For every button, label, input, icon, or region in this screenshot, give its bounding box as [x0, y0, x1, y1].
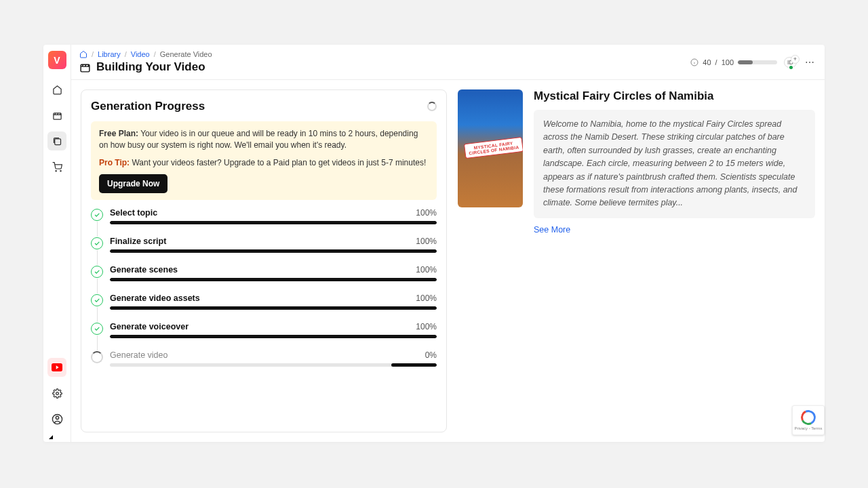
step-progress-bar [110, 221, 437, 224]
step-percent: 100% [416, 322, 437, 331]
check-circle-icon [91, 323, 103, 335]
breadcrumb-current: Generate Video [160, 50, 212, 58]
sidebar-youtube-icon[interactable] [47, 358, 66, 377]
plan-label: Free Plan: [99, 129, 138, 138]
step-progress-bar [110, 249, 437, 253]
step-percent: 100% [416, 265, 437, 274]
sidebar-library-icon[interactable] [47, 131, 66, 150]
credits-total: 100 [722, 58, 734, 66]
step-percent: 100% [416, 237, 437, 246]
status-dot [789, 66, 793, 69]
progress-step: Generate video0% [91, 350, 437, 367]
check-circle-icon [91, 294, 103, 306]
page-title: Building Your Video [96, 60, 205, 74]
step-percent: 100% [416, 208, 437, 218]
app-logo[interactable]: V [48, 51, 66, 69]
svg-point-2 [56, 170, 56, 171]
svg-point-5 [56, 392, 58, 394]
recaptcha-text: Privacy - Terms [794, 426, 822, 430]
breadcrumb-home-icon[interactable] [79, 50, 87, 58]
progress-step: Finalize script100% [91, 237, 437, 253]
recaptcha-icon [801, 410, 816, 425]
more-menu-icon[interactable]: ⋯ [804, 56, 816, 69]
topbar: / Library / Video / Generate Video Build… [71, 45, 825, 80]
step-label: Generate scenes [110, 265, 178, 274]
sidebar: V [43, 45, 71, 442]
credits-used: 40 [703, 58, 711, 66]
step-progress-bar [110, 278, 437, 281]
breadcrumb-video[interactable]: Video [131, 50, 150, 58]
upgrade-button[interactable]: Upgrade Now [99, 174, 167, 193]
progress-step: Generate scenes100% [91, 265, 437, 281]
thumbnail-caption: MYSTICAL FAIRY CIRCLES OF NAMIBIA [464, 137, 523, 159]
credits-meter: 40 / 100 [690, 58, 777, 66]
sidebar-settings-icon[interactable] [47, 384, 66, 403]
step-label: Generate video assets [110, 293, 200, 303]
step-label: Select topic [110, 208, 157, 218]
progress-step: Generate voiceover100% [91, 322, 437, 338]
see-more-link[interactable]: See More [534, 225, 815, 235]
pro-tip-label: Pro Tip: [99, 158, 130, 167]
svg-point-3 [60, 170, 60, 171]
sidebar-clapper-icon[interactable] [47, 106, 66, 125]
credits-bar [738, 60, 777, 64]
plan-notice: Free Plan: Your video is in our queue an… [91, 121, 437, 200]
svg-point-7 [56, 416, 58, 419]
recaptcha-badge[interactable]: Privacy - Terms [792, 405, 825, 435]
info-icon[interactable] [690, 58, 698, 66]
video-description: Welcome to Namibia, home to the mystical… [534, 110, 815, 218]
step-percent: 0% [425, 350, 437, 360]
check-circle-icon [91, 237, 103, 249]
step-label: Generate video [110, 350, 167, 360]
progress-step: Select topic100% [91, 208, 437, 224]
sidebar-account-icon[interactable] [47, 409, 66, 428]
check-circle-icon [91, 266, 103, 278]
step-progress-bar [110, 306, 437, 310]
resize-corner-icon [49, 435, 53, 439]
progress-step: Generate video assets100% [91, 293, 437, 310]
sidebar-home-icon[interactable] [47, 80, 66, 99]
plan-text: Your video is in our queue and will be r… [99, 129, 418, 150]
pro-tip-text: Want your videos faster? Upgrade to a Pa… [130, 158, 426, 167]
check-circle-icon [91, 209, 103, 221]
step-progress-bar [110, 335, 437, 338]
loading-spinner-icon [427, 102, 437, 111]
step-progress-bar [110, 363, 437, 367]
breadcrumb: / Library / Video / Generate Video [79, 50, 212, 58]
generation-progress-card: Generation Progress Free Plan: Your vide… [81, 89, 447, 432]
progress-steps: Select topic100%Finalize script100%Gener… [91, 208, 437, 367]
clapper-icon [79, 62, 91, 73]
step-label: Finalize script [110, 237, 166, 246]
svg-rect-1 [54, 138, 60, 144]
id-badge[interactable]: ID [784, 57, 797, 68]
step-spinner-icon [91, 351, 103, 363]
step-label: Generate voiceover [110, 322, 189, 331]
video-thumbnail[interactable]: MYSTICAL FAIRY CIRCLES OF NAMIBIA [458, 89, 523, 207]
step-percent: 100% [416, 293, 437, 303]
breadcrumb-library[interactable]: Library [98, 50, 121, 58]
sidebar-cart-icon[interactable] [47, 157, 66, 176]
card-title: Generation Progress [91, 100, 205, 113]
video-title: Mystical Fairy Circles of Namibia [534, 89, 815, 103]
